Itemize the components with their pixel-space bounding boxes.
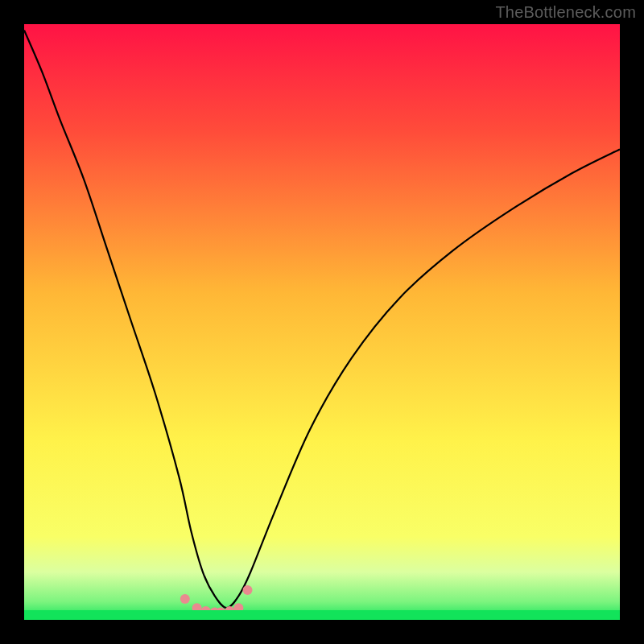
plot-area <box>24 24 620 620</box>
frame: TheBottleneck.com <box>0 0 644 644</box>
marker-dot <box>243 585 253 595</box>
gradient-background <box>24 24 620 620</box>
chart-svg <box>24 24 620 620</box>
watermark: TheBottleneck.com <box>495 3 636 22</box>
marker-dot <box>180 594 190 604</box>
green-baseline <box>24 610 620 620</box>
